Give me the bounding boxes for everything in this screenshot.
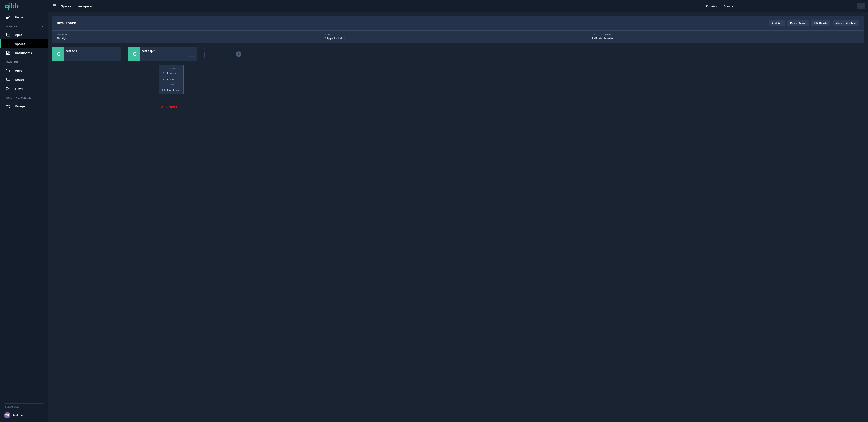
monitor-icon — [6, 77, 10, 82]
chevron-down-icon — [41, 96, 44, 100]
menu-item-flow-editor[interactable]: Flow Editor — [159, 87, 183, 93]
svg-rect-2 — [8, 51, 10, 53]
dashboard-icon — [6, 51, 10, 55]
menu-item-delete[interactable]: Delete — [159, 76, 183, 83]
add-app-button[interactable]: Add App — [769, 20, 785, 26]
svg-rect-6 — [7, 70, 9, 72]
svg-point-11 — [8, 105, 9, 106]
header-actions: Add App Delete Space Edit Details Manage… — [769, 20, 859, 26]
svg-point-21 — [132, 54, 132, 54]
section-label: CATALOG — [6, 61, 18, 64]
meta-label: INFRASTRUCTURE — [592, 34, 859, 36]
sidebar-item-dashboards[interactable]: Dashboards — [0, 48, 48, 57]
menu-item-label: Delete — [167, 78, 175, 81]
svg-rect-7 — [6, 78, 10, 80]
svg-point-25 — [193, 57, 194, 57]
chevron-down-icon — [41, 25, 44, 28]
annotation-label: App menu — [161, 105, 179, 109]
app-card[interactable]: test app 2 — [128, 47, 197, 61]
sidebar-section-identity[interactable]: IDENTITY & ACCESS — [0, 94, 48, 102]
svg-rect-26 — [163, 89, 165, 91]
svg-point-19 — [135, 52, 136, 53]
content: new space Add App Delete Space Edit Deta… — [48, 12, 868, 422]
breadcrumb-sep: • — [73, 4, 75, 8]
app-name: test app 2 — [140, 50, 155, 53]
window-icon — [6, 33, 10, 37]
sidebar-item-spaces[interactable]: Spaces — [0, 39, 48, 48]
meta-value: 2 Apps included — [324, 37, 592, 39]
svg-point-8 — [6, 87, 7, 88]
section-label: MANAGE — [6, 25, 17, 28]
sidebar-item-groups[interactable]: Groups — [0, 102, 48, 111]
menu-item-upgrade[interactable]: Upgrade — [159, 70, 183, 76]
breadcrumb-current: new space — [77, 4, 92, 8]
svg-point-12 — [6, 105, 7, 106]
flow-icon — [52, 47, 64, 61]
sidebar-item-flows[interactable]: Flows — [0, 84, 48, 93]
menu-section-actions: Actions — [159, 66, 183, 70]
sidebar-item-label: Spaces — [15, 42, 25, 46]
sidebar-section-manage[interactable]: MANAGE — [0, 23, 48, 30]
group-icon — [6, 104, 10, 108]
sidebar-item-nodes[interactable]: Nodes — [0, 75, 48, 84]
archive-icon — [6, 68, 10, 73]
sidebar-item-label: Groups — [15, 105, 25, 108]
sidebar-item-label: Flows — [15, 87, 23, 90]
section-label: IDENTITY & ACCESS — [6, 97, 31, 99]
app-more-button[interactable] — [190, 55, 194, 59]
sidebar-footer: BUILD private TU test user — [0, 403, 48, 422]
sidebar-item-apps-catalog[interactable]: Apps — [0, 66, 48, 75]
tab-overview[interactable]: Overview — [703, 3, 721, 9]
menu-item-label: Flow Editor — [167, 89, 180, 91]
home-icon — [6, 15, 10, 20]
app-context-menu: Actions Upgrade Delete Links Flow Editor — [159, 65, 184, 95]
sidebar-item-label: Home — [15, 15, 23, 19]
user-menu[interactable]: TU test user — [4, 412, 44, 418]
meta-label: SPACE ID — [57, 34, 324, 36]
meta-value: 7hc0jgf — [57, 37, 324, 39]
logo: qibb — [0, 0, 48, 12]
svg-rect-0 — [6, 33, 10, 36]
menu-toggle[interactable] — [51, 2, 58, 10]
sidebar-item-label: Dashboards — [15, 51, 32, 55]
add-app-card[interactable] — [204, 47, 273, 61]
plus-icon — [236, 51, 241, 57]
user-name: test user — [13, 414, 25, 417]
flow-icon — [128, 47, 140, 61]
crop-icon — [6, 41, 10, 46]
meta-infrastructure: INFRASTRUCTURE 1 Cluster involved — [592, 34, 859, 39]
svg-point-22 — [135, 54, 136, 54]
svg-point-10 — [9, 88, 10, 89]
svg-point-13 — [9, 105, 10, 106]
sidebar-item-home[interactable]: Home — [0, 13, 48, 22]
breadcrumb: Spaces • new space — [61, 4, 92, 8]
svg-rect-1 — [6, 51, 8, 53]
chevron-down-icon — [41, 60, 44, 64]
app-name: test App — [64, 50, 77, 53]
pin-button[interactable] — [857, 3, 865, 9]
sidebar-section-catalog[interactable]: CATALOG — [0, 58, 48, 66]
sidebar-item-apps-manage[interactable]: Apps — [0, 30, 48, 39]
page-title: new space — [57, 21, 76, 25]
app-card[interactable]: test App — [52, 47, 121, 61]
sidebar-item-label: Apps — [15, 33, 22, 37]
svg-point-24 — [192, 57, 192, 57]
build-label: BUILD private — [4, 405, 44, 408]
brand-text: qibb — [5, 2, 18, 10]
svg-point-9 — [6, 89, 7, 90]
main: Spaces • new space Overview Secrets new … — [48, 0, 868, 422]
delete-space-button[interactable]: Delete Space — [787, 20, 808, 26]
nav: Home MANAGE Apps Spaces — [0, 12, 48, 403]
menu-item-label: Upgrade — [167, 72, 177, 74]
svg-rect-4 — [6, 54, 8, 55]
breadcrumb-root[interactable]: Spaces — [61, 4, 71, 8]
meta-value: 1 Cluster involved — [592, 37, 859, 39]
svg-point-17 — [56, 54, 56, 54]
app-cards: test App test app 2 — [52, 47, 864, 61]
manage-members-button[interactable]: Manage Members — [833, 20, 859, 26]
space-header-panel: new space Add App Delete Space Edit Deta… — [52, 16, 864, 43]
tab-secrets[interactable]: Secrets — [721, 3, 736, 9]
edit-details-button[interactable]: Edit Details — [811, 20, 831, 26]
svg-point-20 — [135, 55, 136, 56]
meta-apps: APPS 2 Apps included — [324, 34, 592, 39]
